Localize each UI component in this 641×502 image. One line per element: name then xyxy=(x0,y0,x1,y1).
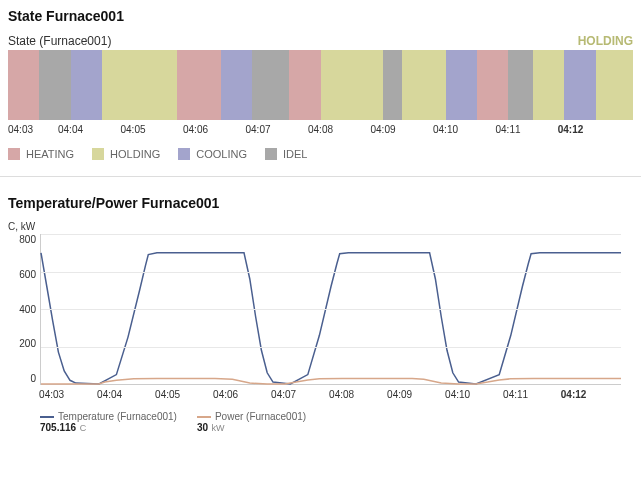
series-current-value: 30 xyxy=(197,422,208,433)
x-tick: 04:10 xyxy=(433,124,458,135)
state-segment xyxy=(477,50,508,120)
legend-item: IDEL xyxy=(265,148,307,160)
x-tick: 04:04 xyxy=(97,389,122,400)
state-segment xyxy=(8,50,39,120)
series-name: Temperature (Furnace001) xyxy=(58,411,177,422)
state-segment xyxy=(102,50,177,120)
legend-label: HOLDING xyxy=(110,148,160,160)
line-x-axis: 04:0304:0404:0504:0604:0704:0804:0904:10… xyxy=(40,389,620,405)
legend-item: HOLDING xyxy=(92,148,160,160)
x-tick: 04:07 xyxy=(245,124,270,135)
line-legend: Temperature (Furnace001)705.116 CPower (… xyxy=(40,411,633,433)
legend-swatch-icon xyxy=(265,148,277,160)
state-legend: HEATINGHOLDINGCOOLINGIDEL xyxy=(8,148,633,160)
legend-swatch-icon xyxy=(8,148,20,160)
panel-divider xyxy=(0,176,641,177)
y-tick: 0 xyxy=(30,373,36,384)
grid-line xyxy=(41,347,621,348)
legend-label: COOLING xyxy=(196,148,247,160)
state-segment xyxy=(446,50,477,120)
x-tick: 04:07 xyxy=(271,389,296,400)
line-plot-area[interactable] xyxy=(40,234,621,385)
series-legend-item: Power (Furnace001)30 kW xyxy=(197,411,306,433)
x-tick: 04:11 xyxy=(503,389,528,400)
series-unit: C xyxy=(77,423,86,433)
y-tick: 400 xyxy=(19,304,36,315)
line-panel: Temperature/Power Furnace001 C, kW 80060… xyxy=(0,187,641,433)
state-segment xyxy=(383,50,402,120)
y-tick: 800 xyxy=(19,234,36,245)
line-panel-title: Temperature/Power Furnace001 xyxy=(8,195,633,211)
legend-swatch-icon xyxy=(178,148,190,160)
state-panel: State Furnace001 State (Furnace001) HOLD… xyxy=(0,0,641,160)
legend-swatch-icon xyxy=(92,148,104,160)
state-segment xyxy=(596,50,634,120)
state-segment xyxy=(177,50,221,120)
y-tick: 200 xyxy=(19,338,36,349)
series-name: Power (Furnace001) xyxy=(215,411,306,422)
state-x-axis: 04:0304:0404:0504:0604:0704:0804:0904:10… xyxy=(8,124,633,140)
legend-dash-icon xyxy=(40,416,54,418)
x-tick: 04:06 xyxy=(213,389,238,400)
x-tick: 04:10 xyxy=(445,389,470,400)
state-subheader: State (Furnace001) HOLDING xyxy=(8,34,633,48)
y-tick: 600 xyxy=(19,269,36,280)
state-segment xyxy=(508,50,533,120)
grid-line xyxy=(41,309,621,310)
state-segment xyxy=(321,50,384,120)
x-tick: 04:08 xyxy=(329,389,354,400)
x-tick: 04:04 xyxy=(58,124,83,135)
series-legend-item: Temperature (Furnace001)705.116 C xyxy=(40,411,177,433)
state-segment xyxy=(221,50,252,120)
series-unit: kW xyxy=(209,423,225,433)
grid-line xyxy=(41,234,621,235)
legend-label: IDEL xyxy=(283,148,307,160)
legend-item: COOLING xyxy=(178,148,247,160)
x-tick: 04:03 xyxy=(8,124,33,135)
x-tick: 04:05 xyxy=(120,124,145,135)
state-segment xyxy=(39,50,70,120)
x-tick: 04:05 xyxy=(155,389,180,400)
x-tick: 04:12 xyxy=(558,124,584,135)
x-tick: 04:06 xyxy=(183,124,208,135)
x-tick: 04:09 xyxy=(370,124,395,135)
x-tick: 04:11 xyxy=(495,124,520,135)
state-timeline[interactable] xyxy=(8,50,633,120)
y-axis: 8006004002000 xyxy=(8,234,40,384)
state-segment xyxy=(252,50,290,120)
x-tick: 04:09 xyxy=(387,389,412,400)
state-segment xyxy=(289,50,320,120)
legend-label: HEATING xyxy=(26,148,74,160)
state-segment xyxy=(564,50,595,120)
state-segment xyxy=(533,50,564,120)
x-tick: 04:08 xyxy=(308,124,333,135)
legend-dash-icon xyxy=(197,416,211,418)
state-series-label: State (Furnace001) xyxy=(8,34,111,48)
x-tick: 04:03 xyxy=(39,389,64,400)
state-current-value: HOLDING xyxy=(578,34,633,48)
state-segment xyxy=(71,50,102,120)
series-line xyxy=(41,378,621,384)
x-tick: 04:12 xyxy=(561,389,587,400)
state-segment xyxy=(402,50,446,120)
legend-item: HEATING xyxy=(8,148,74,160)
y-axis-label: C, kW xyxy=(8,221,633,232)
series-current-value: 705.116 xyxy=(40,422,76,433)
grid-line xyxy=(41,272,621,273)
state-panel-title: State Furnace001 xyxy=(8,8,633,24)
